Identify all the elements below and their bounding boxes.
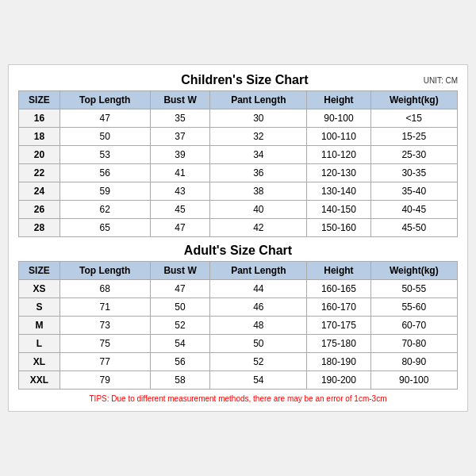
table-cell: 48: [210, 317, 307, 335]
table-cell: 22: [19, 164, 60, 182]
col-size: SIZE: [19, 91, 60, 109]
adult-row: L755450175-18070-80: [19, 335, 458, 353]
table-cell: 34: [210, 146, 307, 164]
adult-row: M735248170-17560-70: [19, 317, 458, 335]
table-cell: 65: [60, 219, 150, 237]
tips-text: TIPS: Due to different measurement metho…: [18, 394, 458, 403]
table-cell: 77: [60, 353, 150, 371]
table-cell: 60-70: [370, 317, 457, 335]
table-cell: 56: [60, 164, 150, 182]
table-cell: 36: [210, 164, 307, 182]
table-cell: 18: [19, 128, 60, 146]
adult-col-size: SIZE: [19, 262, 60, 280]
table-cell: 52: [210, 353, 307, 371]
table-cell: 160-165: [307, 280, 370, 298]
table-cell: 73: [60, 317, 150, 335]
table-cell: 56: [150, 353, 210, 371]
table-cell: 43: [150, 182, 210, 201]
col-pant-length: Pant Length: [210, 91, 307, 109]
table-cell: 44: [210, 280, 307, 298]
table-cell: S: [19, 298, 60, 317]
adult-col-pant-length: Pant Length: [210, 262, 307, 280]
table-cell: 35: [150, 109, 210, 128]
table-cell: 59: [60, 182, 150, 201]
table-cell: 41: [150, 164, 210, 182]
adult-col-top-length: Top Length: [60, 262, 150, 280]
children-row: 24594338130-14035-40: [19, 182, 458, 201]
table-cell: 175-180: [307, 335, 370, 353]
table-cell: 46: [210, 298, 307, 317]
table-cell: 70-80: [370, 335, 457, 353]
table-cell: 39: [150, 146, 210, 164]
table-cell: 26: [19, 201, 60, 219]
table-cell: 53: [60, 146, 150, 164]
table-cell: 130-140: [307, 182, 370, 201]
table-cell: 140-150: [307, 201, 370, 219]
table-cell: 30: [210, 109, 307, 128]
adult-col-weight: Weight(kg): [370, 262, 457, 280]
table-cell: 150-160: [307, 219, 370, 237]
children-row: 1647353090-100<15: [19, 109, 458, 128]
table-cell: 90-100: [307, 109, 370, 128]
table-cell: XL: [19, 353, 60, 371]
children-header-row: SIZE Top Length Bust W Pant Length Heigh…: [19, 91, 458, 109]
table-cell: 50: [60, 128, 150, 146]
col-height: Height: [307, 91, 370, 109]
adult-row: S715046160-17055-60: [19, 298, 458, 317]
table-cell: 75: [60, 335, 150, 353]
table-cell: 28: [19, 219, 60, 237]
children-row: 18503732100-11015-25: [19, 128, 458, 146]
table-cell: 32: [210, 128, 307, 146]
adult-title: Adult's Size Chart: [18, 244, 458, 258]
chart-container: Children's Size Chart UNIT: CM SIZE Top …: [8, 64, 468, 412]
table-cell: 55-60: [370, 298, 457, 317]
table-cell: 180-190: [307, 353, 370, 371]
table-cell: M: [19, 317, 60, 335]
table-cell: 110-120: [307, 146, 370, 164]
table-cell: 170-175: [307, 317, 370, 335]
table-cell: 40: [210, 201, 307, 219]
table-cell: 71: [60, 298, 150, 317]
table-cell: XXL: [19, 371, 60, 390]
table-cell: 38: [210, 182, 307, 201]
children-title-row: Children's Size Chart UNIT: CM: [18, 73, 458, 87]
children-row: 20533934110-12025-30: [19, 146, 458, 164]
adult-row: XXL795854190-20090-100: [19, 371, 458, 390]
table-cell: 160-170: [307, 298, 370, 317]
table-cell: 47: [60, 109, 150, 128]
adult-table: SIZE Top Length Bust W Pant Length Heigh…: [18, 261, 458, 390]
table-cell: 62: [60, 201, 150, 219]
table-cell: 79: [60, 371, 150, 390]
table-cell: 50-55: [370, 280, 457, 298]
table-cell: 100-110: [307, 128, 370, 146]
adult-row: XS684744160-16550-55: [19, 280, 458, 298]
adult-col-height: Height: [307, 262, 370, 280]
table-cell: 20: [19, 146, 60, 164]
table-cell: 58: [150, 371, 210, 390]
adult-header-row: SIZE Top Length Bust W Pant Length Heigh…: [19, 262, 458, 280]
table-cell: 54: [210, 371, 307, 390]
table-cell: 30-35: [370, 164, 457, 182]
table-cell: 24: [19, 182, 60, 201]
table-cell: 16: [19, 109, 60, 128]
children-tbody: 1647353090-100<1518503732100-11015-25205…: [19, 109, 458, 237]
children-title: Children's Size Chart: [66, 73, 424, 87]
col-bust-w: Bust W: [150, 91, 210, 109]
table-cell: 50: [210, 335, 307, 353]
table-cell: 190-200: [307, 371, 370, 390]
table-cell: XS: [19, 280, 60, 298]
col-top-length: Top Length: [60, 91, 150, 109]
table-cell: 50: [150, 298, 210, 317]
table-cell: 80-90: [370, 353, 457, 371]
table-cell: <15: [370, 109, 457, 128]
table-cell: 35-40: [370, 182, 457, 201]
table-cell: L: [19, 335, 60, 353]
table-cell: 47: [150, 280, 210, 298]
table-cell: 54: [150, 335, 210, 353]
table-cell: 45-50: [370, 219, 457, 237]
table-cell: 120-130: [307, 164, 370, 182]
table-cell: 90-100: [370, 371, 457, 390]
table-cell: 40-45: [370, 201, 457, 219]
table-cell: 25-30: [370, 146, 457, 164]
children-row: 28654742150-16045-50: [19, 219, 458, 237]
